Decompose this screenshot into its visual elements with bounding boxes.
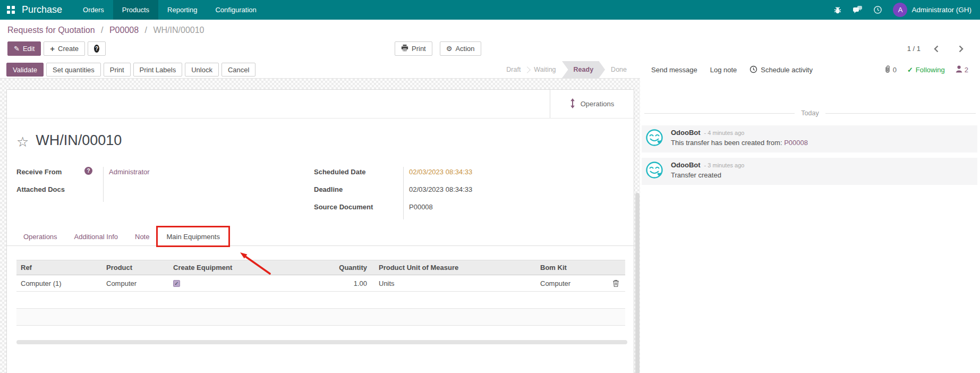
navbar-menu: Orders Products Reporting Configuration bbox=[74, 0, 266, 20]
attachments-button[interactable]: 0 bbox=[884, 65, 897, 75]
breadcrumb-rfq-link[interactable]: Requests for Quotation bbox=[7, 26, 95, 35]
form-vertical-scrollbar[interactable] bbox=[635, 193, 640, 373]
message-author: OdooBot bbox=[671, 161, 701, 169]
attached-docs-value bbox=[103, 184, 314, 202]
notebook-tabs: Operations Additional Info Note Main Equ… bbox=[7, 228, 634, 246]
chatter-panel: Today OdooBot - 4 minutes ago This trans… bbox=[640, 79, 980, 373]
send-message-button[interactable]: Send message bbox=[651, 66, 697, 74]
pager-value: 1 / 1 bbox=[907, 45, 921, 53]
nav-item-orders[interactable]: Orders bbox=[74, 0, 113, 20]
print-statusbar-button[interactable]: Print bbox=[104, 63, 131, 77]
tab-operations[interactable]: Operations bbox=[17, 228, 64, 246]
navbar-left: Purchase bbox=[0, 0, 74, 20]
check-icon: ✓ bbox=[907, 66, 913, 74]
state-draft[interactable]: Draft bbox=[500, 66, 526, 73]
top-navbar: Purchase Orders Products Reporting Confi… bbox=[0, 0, 980, 20]
followers-button[interactable]: 2 bbox=[956, 65, 968, 74]
action-button[interactable]: ⚙ Action bbox=[440, 41, 481, 56]
title-row: ☆ WH/IN/00010 bbox=[7, 132, 634, 149]
schedule-activity-button[interactable]: Schedule activity bbox=[749, 65, 813, 75]
cancel-button[interactable]: Cancel bbox=[221, 63, 255, 77]
gear-icon: ⚙ bbox=[446, 45, 453, 53]
cell-ref: Computer (1) bbox=[16, 275, 102, 292]
favorite-star-icon[interactable]: ☆ bbox=[16, 135, 29, 149]
messages-chat-icon[interactable] bbox=[853, 5, 863, 14]
column-header-ref[interactable]: Ref bbox=[16, 260, 102, 275]
message-content: OdooBot - 3 minutes ago Transfer created bbox=[671, 160, 744, 181]
chatter-message: OdooBot - 3 minutes ago Transfer created bbox=[642, 158, 977, 185]
app-name[interactable]: Purchase bbox=[22, 4, 62, 15]
column-header-uom[interactable]: Product Unit of Measure bbox=[374, 260, 536, 275]
form-view-area: Operations ☆ WH/IN/00010 Receive From ? … bbox=[0, 79, 640, 373]
column-header-actions bbox=[606, 260, 625, 275]
breadcrumb-p00008-link[interactable]: P00008 bbox=[109, 26, 139, 35]
plus-icon: + bbox=[50, 45, 55, 53]
tab-additional-info[interactable]: Additional Info bbox=[68, 228, 124, 246]
state-done[interactable]: Done bbox=[605, 66, 633, 73]
delete-row-trash-icon[interactable] bbox=[610, 279, 621, 287]
column-header-product[interactable]: Product bbox=[102, 260, 169, 275]
person-icon bbox=[956, 65, 962, 74]
user-avatar: A bbox=[893, 3, 907, 17]
column-header-create-equipment[interactable]: Create Equipment bbox=[169, 260, 313, 275]
following-button[interactable]: ✓ Following bbox=[907, 66, 945, 74]
message-body: This transfer has been created from: P00… bbox=[671, 139, 808, 147]
odoo-window: Purchase Orders Products Reporting Confi… bbox=[0, 0, 980, 373]
state-waiting[interactable]: Waiting bbox=[528, 66, 561, 73]
user-menu[interactable]: A Administrator (GH) bbox=[893, 3, 972, 17]
breadcrumb-current: WH/IN/00010 bbox=[153, 26, 204, 35]
date-divider-label: Today bbox=[801, 109, 819, 117]
chatter-topbar-right: 0 ✓ Following 2 bbox=[884, 65, 968, 75]
navbar-systray: A Administrator (GH) bbox=[833, 0, 980, 20]
tab-main-equipments[interactable]: Main Equipments bbox=[160, 228, 226, 246]
status-pipeline: Draft Waiting Ready Done bbox=[500, 61, 633, 79]
column-header-quantity[interactable]: Quantity bbox=[313, 260, 374, 275]
set-quantities-button[interactable]: Set quantities bbox=[46, 63, 101, 77]
message-timestamp: - 4 minutes ago bbox=[704, 130, 745, 136]
pencil-icon: ✎ bbox=[14, 45, 20, 53]
table-row[interactable]: Computer (1) Computer ✓ 1.00 Units Compu… bbox=[16, 275, 625, 292]
pager-previous-icon[interactable] bbox=[933, 45, 939, 53]
edit-button[interactable]: ✎ Edit bbox=[7, 41, 41, 56]
message-body: Transfer created bbox=[671, 171, 744, 179]
debug-bug-icon[interactable] bbox=[833, 6, 842, 14]
unlock-button[interactable]: Unlock bbox=[185, 63, 219, 77]
action-buttons: Print ⚙ Action bbox=[395, 41, 481, 56]
nav-item-reporting[interactable]: Reporting bbox=[158, 0, 206, 20]
receive-from-link[interactable]: Administrator bbox=[109, 168, 150, 176]
create-button[interactable]: + Create bbox=[44, 41, 85, 56]
cell-create-equipment: ✓ bbox=[169, 275, 313, 292]
message-list: OdooBot - 4 minutes ago This transfer ha… bbox=[640, 125, 980, 185]
validate-button[interactable]: Validate bbox=[6, 63, 44, 77]
state-ready[interactable]: Ready bbox=[562, 61, 606, 79]
message-record-link[interactable]: P00008 bbox=[784, 139, 808, 147]
print-labels-button[interactable]: Print Labels bbox=[133, 63, 183, 77]
table-horizontal-scrollbar[interactable] bbox=[16, 340, 627, 344]
breadcrumb-separator: / bbox=[145, 26, 147, 35]
receive-from-label: Receive From ? bbox=[16, 167, 103, 184]
tab-note[interactable]: Note bbox=[129, 228, 156, 246]
operations-stat-button[interactable]: Operations bbox=[550, 90, 634, 118]
nav-item-configuration[interactable]: Configuration bbox=[206, 0, 265, 20]
activity-clock-icon[interactable] bbox=[873, 5, 882, 14]
statusbar: Validate Set quantities Print Print Labe… bbox=[0, 61, 640, 79]
up-down-arrows-icon bbox=[570, 98, 575, 110]
log-note-button[interactable]: Log note bbox=[710, 66, 737, 74]
date-divider: Today bbox=[644, 109, 976, 117]
nav-item-products[interactable]: Products bbox=[113, 0, 158, 20]
print-button[interactable]: Print bbox=[395, 41, 432, 56]
control-panel: Requests for Quotation / P00008 / WH/IN/… bbox=[0, 20, 980, 61]
help-button[interactable]: ? bbox=[88, 41, 106, 56]
pager-next-icon[interactable] bbox=[958, 45, 964, 53]
create-equipment-checkbox[interactable]: ✓ bbox=[173, 280, 180, 287]
column-header-bom-kit[interactable]: Bom Kit bbox=[536, 260, 606, 275]
empty-row bbox=[16, 326, 625, 341]
table-header-row: Ref Product Create Equipment Quantity Pr… bbox=[16, 260, 625, 275]
pager: 1 / 1 bbox=[907, 41, 964, 56]
cell-bom-kit: Computer bbox=[536, 275, 606, 292]
apps-grid-icon[interactable] bbox=[7, 6, 15, 14]
chatter-message: OdooBot - 4 minutes ago This transfer ha… bbox=[642, 125, 977, 152]
field-column-left: Receive From ? Administrator Attached Do… bbox=[16, 167, 314, 202]
scheduled-date-value: 02/03/2023 08:34:33 bbox=[403, 167, 627, 184]
source-document-value: P00008 bbox=[403, 202, 627, 219]
